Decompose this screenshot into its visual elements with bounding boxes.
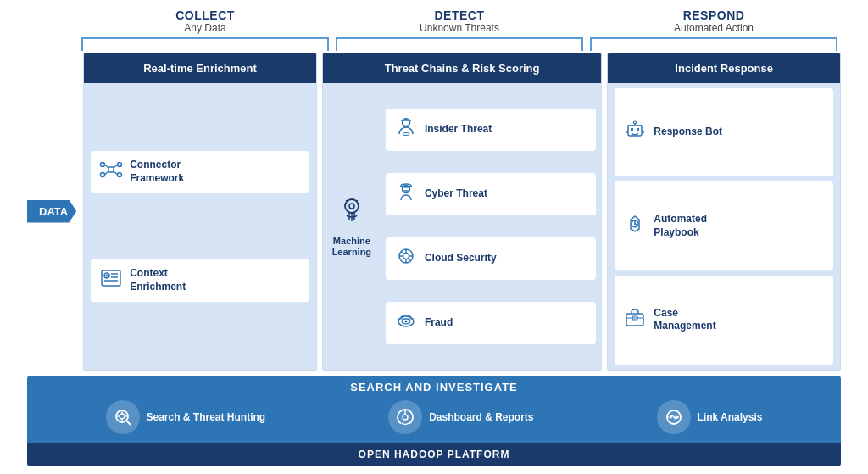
search-threat-hunting-item: Search & Threat Hunting [106, 400, 266, 434]
svg-line-8 [114, 171, 118, 175]
svg-point-57 [120, 414, 125, 419]
respond-subtitle: Automated Action [587, 22, 841, 34]
link-analysis-label: Link Analysis [698, 411, 763, 423]
fraud-label: Fraud [425, 316, 453, 330]
svg-line-36 [401, 251, 403, 254]
svg-point-2 [101, 172, 105, 176]
ml-icon [336, 194, 368, 232]
fraud-icon [394, 309, 418, 337]
svg-point-3 [118, 162, 122, 166]
cyber-threat-icon [394, 180, 418, 209]
response-bot-label: Response Bot [654, 125, 722, 139]
svg-line-58 [126, 421, 131, 425]
diagram-container: COLLECT Any Data DETECT Unknown Threats … [19, 8, 849, 466]
cloud-security-label: Cloud Security [425, 252, 497, 265]
svg-rect-9 [102, 270, 120, 286]
data-label: DATA [27, 200, 76, 223]
insider-threat-item: Insider Threat [386, 109, 596, 151]
respond-bracket [590, 37, 837, 51]
svg-point-1 [101, 162, 105, 166]
context-enrichment-item: ContextEnrichment [91, 259, 309, 302]
response-bot-icon [623, 118, 647, 147]
ml-icon-label: Machine Learning [326, 194, 377, 258]
respond-body: Response Bot AutomatedPlaybook [608, 83, 840, 370]
svg-point-52 [634, 223, 636, 225]
detect-title: DETECT [332, 8, 587, 22]
main-area: DATA Real-time Enrichment [19, 53, 849, 371]
fraud-item: Fraud [386, 302, 596, 344]
respond-panel: Incident Response [607, 53, 841, 371]
svg-line-5 [105, 165, 109, 168]
svg-point-4 [118, 172, 122, 176]
brackets-row [19, 37, 849, 53]
data-arrow: DATA [27, 53, 76, 371]
cyber-threat-label: Cyber Threat [425, 187, 487, 201]
svg-line-37 [408, 258, 410, 260]
dashboard-reports-icon [388, 400, 422, 434]
search-threat-hunting-icon [106, 400, 140, 434]
top-headers: COLLECT Any Data DETECT Unknown Threats … [19, 8, 849, 34]
dashboard-reports-item: Dashboard & Reports [388, 400, 533, 434]
svg-line-7 [114, 165, 118, 168]
svg-point-16 [349, 204, 354, 209]
svg-point-24 [403, 132, 409, 135]
cyber-threat-item: Cyber Threat [386, 173, 596, 215]
insider-threat-icon [394, 115, 418, 144]
ml-text: Machine Learning [326, 236, 377, 258]
automated-playbook-label: AutomatedPlaybook [654, 213, 707, 239]
hadoop-bar: OPEN HADOOP PLATFORM [27, 443, 841, 466]
svg-point-31 [403, 253, 409, 259]
case-management-item: CaseManagement [615, 276, 833, 365]
collect-subtitle: Any Data [78, 22, 332, 34]
case-management-icon [623, 305, 647, 334]
collect-panel: Real-time Enrichment [83, 53, 317, 371]
respond-header: RESPOND Automated Action [587, 8, 841, 34]
detect-panel-header: Threat Chains & Risk Scoring [323, 53, 601, 83]
hadoop-text: OPEN HADOOP PLATFORM [33, 449, 835, 460]
cloud-security-icon [394, 244, 418, 273]
automated-playbook-item: AutomatedPlaybook [615, 181, 833, 270]
svg-line-6 [105, 171, 109, 175]
cloud-security-item: Cloud Security [386, 237, 596, 280]
svg-rect-43 [631, 128, 633, 131]
detect-subtitle: Unknown Threats [332, 22, 587, 34]
link-analysis-item: Link Analysis [657, 400, 763, 434]
bottom-section: SEARCH AND INVESTIGATE [19, 376, 849, 466]
svg-point-14 [106, 274, 108, 276]
link-analysis-icon [657, 400, 691, 434]
search-items-row: Search & Threat Hunting Dashboard & Repo [44, 400, 824, 434]
detect-items: Insider Threat [381, 83, 601, 370]
detect-panel: Threat Chains & Risk Scoring [322, 53, 602, 371]
connector-icon [99, 158, 123, 187]
connector-label: ConnectorFramework [130, 159, 184, 185]
collect-header: COLLECT Any Data [78, 8, 332, 34]
search-threat-hunting-label: Search & Threat Hunting [147, 411, 266, 423]
dashboard-reports-label: Dashboard & Reports [429, 411, 533, 423]
context-icon [99, 266, 123, 295]
search-investigate-panel: SEARCH AND INVESTIGATE [27, 376, 841, 443]
detect-header: DETECT Unknown Threats [332, 8, 587, 34]
collect-panel-body: ConnectorFramework Contex [84, 83, 316, 370]
svg-point-46 [634, 121, 637, 124]
search-investigate-title: SEARCH AND INVESTIGATE [44, 381, 824, 393]
svg-rect-44 [637, 128, 639, 131]
respond-panel-header: Incident Response [608, 53, 840, 83]
collect-bracket [81, 37, 329, 51]
response-bot-item: Response Bot [615, 88, 833, 177]
detect-bracket [336, 37, 583, 51]
ml-label-area: Machine Learning [323, 83, 381, 370]
svg-rect-42 [628, 125, 642, 136]
collect-title: COLLECT [78, 8, 332, 22]
connector-framework-item: ConnectorFramework [91, 151, 309, 193]
svg-point-63 [403, 415, 408, 420]
case-management-label: CaseManagement [654, 307, 715, 333]
detect-body: Machine Learning [323, 83, 601, 370]
context-label: ContextEnrichment [130, 267, 186, 293]
automated-playbook-icon [623, 212, 647, 241]
collect-panel-header: Real-time Enrichment [84, 53, 316, 83]
svg-point-40 [404, 320, 407, 322]
svg-rect-0 [108, 167, 114, 172]
insider-threat-label: Insider Threat [425, 123, 492, 137]
respond-title: RESPOND [587, 8, 841, 22]
